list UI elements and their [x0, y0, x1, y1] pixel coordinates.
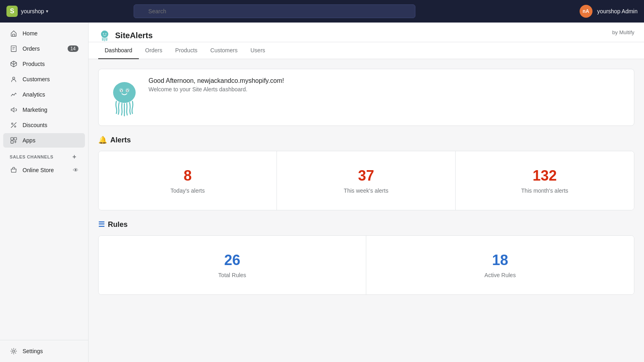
sidebar-label-home: Home [23, 30, 37, 37]
admin-name-label: yourshop Admin [597, 8, 638, 14]
avatar[interactable]: nA [580, 5, 592, 18]
products-icon [10, 60, 18, 68]
dashboard-content: Good Afternoon, newjackandco.myshopify.c… [89, 59, 644, 362]
orders-icon [10, 45, 18, 53]
week-alerts-value: 37 [358, 167, 374, 184]
search-container: 🔍 [134, 4, 415, 18]
svg-point-2 [12, 123, 13, 125]
search-input[interactable] [134, 4, 415, 18]
app-by-label: by Multify [612, 29, 634, 42]
today-alerts-label: Today's alerts [171, 187, 205, 194]
sidebar-item-apps[interactable]: Apps [3, 133, 85, 148]
shopify-icon: S [6, 6, 18, 17]
analytics-icon [10, 90, 18, 99]
chevron-down-icon: ▾ [46, 8, 48, 14]
app-title: SiteAlerts [115, 31, 153, 40]
sidebar-label-marketing: Marketing [23, 107, 47, 113]
svg-rect-0 [11, 46, 17, 51]
svg-point-10 [103, 33, 104, 35]
add-sales-channel-button[interactable]: + [70, 153, 78, 161]
svg-point-18 [127, 90, 128, 92]
sidebar-label-apps: Apps [23, 137, 35, 144]
store-name-label: yourshop ▾ [21, 8, 48, 14]
svg-point-11 [105, 33, 107, 35]
tab-bar: Dashboard Orders Products Customers User… [89, 42, 644, 59]
active-rules-value: 18 [492, 252, 508, 269]
svg-point-12 [113, 82, 136, 103]
month-alerts-value: 132 [533, 167, 557, 184]
apps-icon [10, 136, 18, 144]
sidebar-label-orders: Orders [23, 45, 40, 52]
sidebar-label-discounts: Discounts [23, 122, 47, 128]
rules-title: ☰ Rules [98, 220, 634, 229]
svg-point-7 [12, 350, 14, 352]
stat-card-today: 8 Today's alerts [99, 151, 277, 210]
main-content: SiteAlerts by Multify Dashboard Orders P… [89, 23, 644, 362]
svg-rect-5 [14, 138, 17, 140]
stat-card-month: 132 This month's alerts [456, 151, 634, 210]
online-store-icon [10, 166, 18, 174]
store-logo[interactable]: S yourshop ▾ [6, 6, 48, 17]
welcome-card: Good Afternoon, newjackandco.myshopify.c… [98, 69, 634, 126]
sidebar-item-analytics[interactable]: Analytics [3, 87, 85, 102]
sidebar-label-customers: Customers [23, 76, 50, 82]
orders-badge: 14 [68, 45, 78, 52]
tab-users[interactable]: Users [244, 42, 272, 59]
top-navigation: S yourshop ▾ 🔍 nA yourshop Admin [0, 0, 644, 23]
alerts-stats-grid: 8 Today's alerts 37 This week's alerts 1… [98, 151, 634, 210]
rules-stats-grid: 26 Total Rules 18 Active Rules [98, 235, 634, 295]
month-alerts-label: This month's alerts [521, 187, 568, 194]
sidebar-item-products[interactable]: Products [3, 57, 85, 71]
bell-icon: 🔔 [98, 136, 107, 144]
top-nav-right: nA yourshop Admin [580, 5, 638, 18]
sales-channels-header: SALES CHANNELS + [3, 148, 85, 162]
svg-rect-4 [11, 138, 13, 140]
total-rules-value: 26 [224, 252, 240, 269]
welcome-greeting: Good Afternoon, newjackandco.myshopify.c… [149, 77, 284, 84]
sidebar-label-analytics: Analytics [23, 91, 45, 98]
jellyfish-illustration [108, 77, 140, 117]
customers-icon [10, 75, 18, 83]
rules-icon: ☰ [98, 220, 105, 229]
app-title-row: SiteAlerts [98, 29, 153, 42]
week-alerts-label: This week's alerts [344, 187, 388, 194]
stat-card-active-rules: 18 Active Rules [366, 236, 634, 294]
sidebar: Home Orders 14 Products Customers Anal [0, 23, 89, 362]
sidebar-item-marketing[interactable]: Marketing [3, 103, 85, 117]
tab-products[interactable]: Products [169, 42, 204, 59]
sidebar-item-customers[interactable]: Customers [3, 72, 85, 86]
sidebar-label-settings: Settings [23, 348, 43, 354]
app-header: SiteAlerts by Multify [89, 23, 644, 42]
sidebar-item-orders[interactable]: Orders 14 [3, 41, 85, 56]
online-store-visibility-icon[interactable]: 👁 [73, 167, 78, 173]
sidebar-item-online-store[interactable]: Online Store 👁 [3, 163, 85, 177]
svg-point-9 [101, 31, 108, 38]
marketing-icon [10, 106, 18, 114]
tab-customers[interactable]: Customers [204, 42, 244, 59]
stat-card-total-rules: 26 Total Rules [99, 236, 366, 294]
discounts-icon [10, 121, 18, 129]
total-rules-label: Total Rules [218, 272, 246, 278]
stat-card-week: 37 This week's alerts [277, 151, 455, 210]
rules-section: ☰ Rules 26 Total Rules 18 Active Rules [98, 220, 634, 295]
alerts-title: 🔔 Alerts [98, 136, 634, 144]
alerts-section: 🔔 Alerts 8 Today's alerts 37 This week's… [98, 136, 634, 210]
home-icon [10, 29, 18, 37]
svg-point-1 [12, 77, 14, 79]
sidebar-label-online-store: Online Store [23, 167, 54, 173]
svg-rect-6 [11, 141, 13, 143]
app-logo-icon [98, 29, 111, 42]
svg-point-16 [121, 90, 122, 92]
welcome-subtitle: Welcome to your Site Alerts dashboard. [149, 86, 284, 93]
welcome-text: Good Afternoon, newjackandco.myshopify.c… [149, 77, 284, 93]
settings-icon [10, 347, 18, 355]
svg-point-3 [14, 126, 16, 128]
sidebar-label-products: Products [23, 61, 45, 67]
tab-dashboard[interactable]: Dashboard [98, 42, 139, 59]
sidebar-item-settings[interactable]: Settings [3, 344, 85, 358]
sidebar-item-discounts[interactable]: Discounts [3, 118, 85, 132]
today-alerts-value: 8 [184, 167, 192, 184]
active-rules-label: Active Rules [485, 272, 516, 278]
sidebar-item-home[interactable]: Home [3, 26, 85, 41]
tab-orders[interactable]: Orders [139, 42, 169, 59]
